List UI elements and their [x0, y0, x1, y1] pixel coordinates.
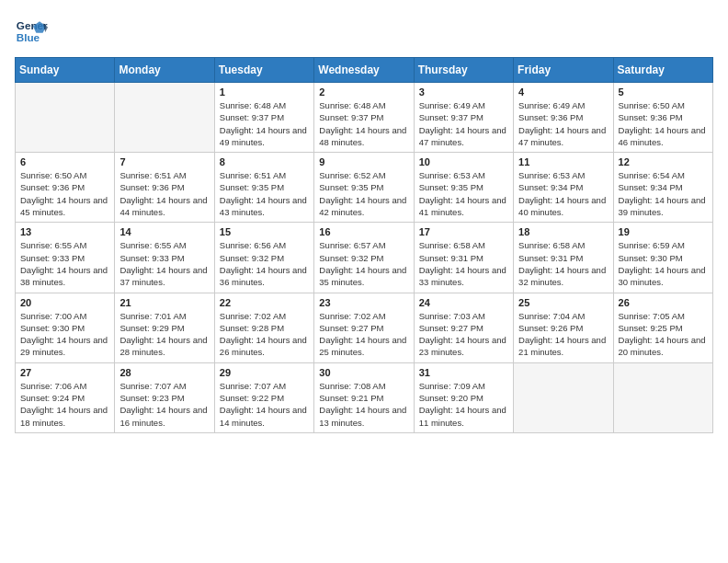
calendar-cell: 18Sunrise: 6:58 AMSunset: 9:31 PMDayligh…	[514, 223, 613, 293]
calendar-cell	[115, 83, 214, 153]
day-number: 24	[419, 297, 508, 308]
day-detail: Sunrise: 6:52 AMSunset: 9:35 PMDaylight:…	[319, 169, 408, 218]
day-detail: Sunrise: 6:48 AMSunset: 9:37 PMDaylight:…	[220, 99, 309, 148]
logo-icon: General Blue	[15, 15, 48, 48]
day-number: 22	[220, 297, 309, 308]
day-detail: Sunrise: 6:58 AMSunset: 9:31 PMDaylight:…	[518, 239, 608, 288]
day-detail: Sunrise: 6:49 AMSunset: 9:37 PMDaylight:…	[419, 99, 508, 148]
day-number: 30	[319, 367, 408, 378]
calendar-week-row: 1Sunrise: 6:48 AMSunset: 9:37 PMDaylight…	[16, 83, 713, 153]
day-detail: Sunrise: 6:51 AMSunset: 9:35 PMDaylight:…	[220, 169, 309, 218]
day-number: 8	[220, 156, 309, 167]
day-number: 9	[319, 156, 408, 167]
day-number: 14	[119, 226, 209, 237]
day-detail: Sunrise: 7:02 AMSunset: 9:28 PMDaylight:…	[220, 310, 309, 359]
column-header-friday: Friday	[514, 58, 613, 83]
day-number: 16	[319, 226, 408, 237]
calendar-header-row: SundayMondayTuesdayWednesdayThursdayFrid…	[16, 58, 713, 83]
day-detail: Sunrise: 6:48 AMSunset: 9:37 PMDaylight:…	[319, 99, 408, 148]
day-detail: Sunrise: 7:08 AMSunset: 9:21 PMDaylight:…	[319, 380, 408, 429]
page-header: General Blue	[15, 15, 713, 48]
calendar-cell: 17Sunrise: 6:58 AMSunset: 9:31 PMDayligh…	[414, 223, 513, 293]
logo: General Blue	[15, 15, 48, 48]
day-detail: Sunrise: 7:02 AMSunset: 9:27 PMDaylight:…	[319, 310, 408, 359]
day-detail: Sunrise: 6:58 AMSunset: 9:31 PMDaylight:…	[419, 239, 508, 288]
day-detail: Sunrise: 6:50 AMSunset: 9:36 PMDaylight:…	[20, 169, 109, 218]
calendar-cell: 4Sunrise: 6:49 AMSunset: 9:36 PMDaylight…	[514, 83, 613, 153]
calendar-cell: 12Sunrise: 6:54 AMSunset: 9:34 PMDayligh…	[613, 153, 712, 223]
day-detail: Sunrise: 6:55 AMSunset: 9:33 PMDaylight:…	[119, 239, 209, 288]
calendar-cell	[613, 362, 712, 432]
calendar-week-row: 27Sunrise: 7:06 AMSunset: 9:24 PMDayligh…	[16, 362, 713, 432]
calendar-cell: 14Sunrise: 6:55 AMSunset: 9:33 PMDayligh…	[115, 223, 214, 293]
day-number: 17	[419, 226, 508, 237]
day-detail: Sunrise: 7:04 AMSunset: 9:26 PMDaylight:…	[518, 310, 608, 359]
day-detail: Sunrise: 6:51 AMSunset: 9:36 PMDaylight:…	[119, 169, 209, 218]
calendar-week-row: 20Sunrise: 7:00 AMSunset: 9:30 PMDayligh…	[16, 293, 713, 362]
calendar-cell: 31Sunrise: 7:09 AMSunset: 9:20 PMDayligh…	[414, 362, 513, 432]
day-detail: Sunrise: 6:49 AMSunset: 9:36 PMDaylight:…	[518, 99, 608, 148]
day-detail: Sunrise: 6:59 AMSunset: 9:30 PMDaylight:…	[619, 239, 708, 288]
day-detail: Sunrise: 7:01 AMSunset: 9:29 PMDaylight:…	[119, 310, 209, 359]
day-number: 2	[319, 86, 408, 98]
day-number: 12	[619, 156, 708, 167]
day-detail: Sunrise: 7:07 AMSunset: 9:22 PMDaylight:…	[220, 380, 309, 429]
calendar-cell: 26Sunrise: 7:05 AMSunset: 9:25 PMDayligh…	[613, 293, 712, 362]
day-number: 29	[220, 367, 309, 378]
calendar-cell: 21Sunrise: 7:01 AMSunset: 9:29 PMDayligh…	[115, 293, 214, 362]
day-detail: Sunrise: 6:53 AMSunset: 9:34 PMDaylight:…	[518, 169, 608, 218]
day-number: 28	[119, 367, 209, 378]
calendar-cell: 22Sunrise: 7:02 AMSunset: 9:28 PMDayligh…	[214, 293, 313, 362]
day-detail: Sunrise: 6:54 AMSunset: 9:34 PMDaylight:…	[619, 169, 708, 218]
day-number: 20	[20, 297, 109, 308]
calendar-week-row: 13Sunrise: 6:55 AMSunset: 9:33 PMDayligh…	[16, 223, 713, 293]
calendar-cell: 20Sunrise: 7:00 AMSunset: 9:30 PMDayligh…	[16, 293, 115, 362]
column-header-saturday: Saturday	[613, 58, 712, 83]
calendar-cell: 10Sunrise: 6:53 AMSunset: 9:35 PMDayligh…	[414, 153, 513, 223]
day-detail: Sunrise: 6:55 AMSunset: 9:33 PMDaylight:…	[20, 239, 109, 288]
day-number: 18	[518, 226, 608, 237]
day-number: 23	[319, 297, 408, 308]
day-number: 11	[518, 156, 608, 167]
day-number: 25	[518, 297, 608, 308]
calendar-cell: 9Sunrise: 6:52 AMSunset: 9:35 PMDaylight…	[314, 153, 414, 223]
day-number: 7	[119, 156, 209, 167]
day-detail: Sunrise: 6:56 AMSunset: 9:32 PMDaylight:…	[220, 239, 309, 288]
calendar-cell: 28Sunrise: 7:07 AMSunset: 9:23 PMDayligh…	[115, 362, 214, 432]
column-header-sunday: Sunday	[16, 58, 115, 83]
column-header-tuesday: Tuesday	[214, 58, 313, 83]
day-detail: Sunrise: 6:53 AMSunset: 9:35 PMDaylight:…	[419, 169, 508, 218]
day-number: 10	[419, 156, 508, 167]
day-detail: Sunrise: 6:50 AMSunset: 9:36 PMDaylight:…	[619, 99, 708, 148]
calendar-cell: 2Sunrise: 6:48 AMSunset: 9:37 PMDaylight…	[314, 83, 414, 153]
day-detail: Sunrise: 7:05 AMSunset: 9:25 PMDaylight:…	[619, 310, 708, 359]
calendar-cell: 15Sunrise: 6:56 AMSunset: 9:32 PMDayligh…	[214, 223, 313, 293]
day-number: 6	[20, 156, 109, 167]
day-number: 27	[20, 367, 109, 378]
day-number: 26	[619, 297, 708, 308]
day-detail: Sunrise: 6:57 AMSunset: 9:32 PMDaylight:…	[319, 239, 408, 288]
day-number: 21	[119, 297, 209, 308]
calendar-cell	[16, 83, 115, 153]
calendar-cell: 19Sunrise: 6:59 AMSunset: 9:30 PMDayligh…	[613, 223, 712, 293]
calendar-cell: 24Sunrise: 7:03 AMSunset: 9:27 PMDayligh…	[414, 293, 513, 362]
day-detail: Sunrise: 7:00 AMSunset: 9:30 PMDaylight:…	[20, 310, 109, 359]
column-header-wednesday: Wednesday	[314, 58, 414, 83]
day-number: 3	[419, 86, 508, 98]
day-number: 19	[619, 226, 708, 237]
calendar-cell: 29Sunrise: 7:07 AMSunset: 9:22 PMDayligh…	[214, 362, 313, 432]
day-detail: Sunrise: 7:09 AMSunset: 9:20 PMDaylight:…	[419, 380, 508, 429]
calendar-table: SundayMondayTuesdayWednesdayThursdayFrid…	[15, 57, 713, 433]
day-detail: Sunrise: 7:03 AMSunset: 9:27 PMDaylight:…	[419, 310, 508, 359]
calendar-cell: 6Sunrise: 6:50 AMSunset: 9:36 PMDaylight…	[16, 153, 115, 223]
day-number: 4	[518, 86, 608, 98]
column-header-monday: Monday	[115, 58, 214, 83]
calendar-cell: 27Sunrise: 7:06 AMSunset: 9:24 PMDayligh…	[16, 362, 115, 432]
calendar-cell: 13Sunrise: 6:55 AMSunset: 9:33 PMDayligh…	[16, 223, 115, 293]
day-number: 15	[220, 226, 309, 237]
calendar-cell: 11Sunrise: 6:53 AMSunset: 9:34 PMDayligh…	[514, 153, 613, 223]
day-number: 13	[20, 226, 109, 237]
day-number: 31	[419, 367, 508, 378]
column-header-thursday: Thursday	[414, 58, 513, 83]
calendar-cell: 7Sunrise: 6:51 AMSunset: 9:36 PMDaylight…	[115, 153, 214, 223]
